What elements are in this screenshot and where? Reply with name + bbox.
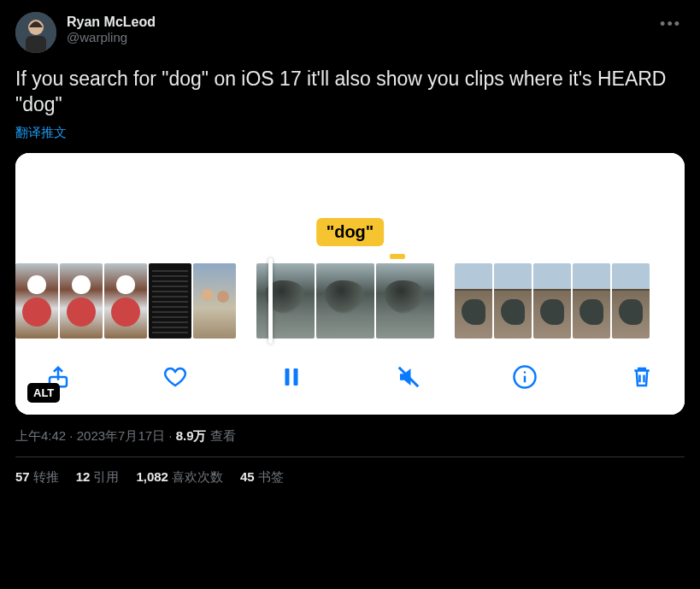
clip-thumbnail[interactable] xyxy=(104,263,147,339)
media-card[interactable]: "dog" xyxy=(15,153,685,415)
pause-icon[interactable] xyxy=(274,360,309,394)
alt-badge[interactable]: ALT xyxy=(27,383,60,403)
tweet-stats: 57转推 12引用 1,082喜欢次数 45书签 xyxy=(15,469,685,494)
clip-thumbnail[interactable] xyxy=(256,263,315,339)
retweets-stat[interactable]: 57转推 xyxy=(15,469,59,486)
clip-thumbnail[interactable] xyxy=(573,263,610,339)
tweet-text: If you search for "dog" on iOS 17 it'll … xyxy=(15,67,685,118)
clip-thumbnail[interactable] xyxy=(15,263,58,339)
user-info: Ryan McLeod @warpling xyxy=(67,12,156,45)
divider xyxy=(15,456,685,457)
media-toolbar xyxy=(15,343,685,415)
clip-thumbnail[interactable] xyxy=(612,263,650,339)
translate-link[interactable]: 翻译推文 xyxy=(15,125,685,141)
svg-rect-5 xyxy=(294,368,298,386)
bookmarks-stat[interactable]: 45书签 xyxy=(240,469,284,486)
clip-group-active[interactable] xyxy=(256,263,434,339)
clip-thumbnail[interactable] xyxy=(316,263,374,339)
tweet-time[interactable]: 上午4:42 xyxy=(15,428,66,443)
playhead-marker xyxy=(390,254,405,259)
display-name[interactable]: Ryan McLeod xyxy=(67,14,156,30)
user-handle[interactable]: @warpling xyxy=(67,30,156,45)
clip-thumbnail[interactable] xyxy=(149,263,191,339)
heart-icon[interactable] xyxy=(158,360,192,394)
views-label: 查看 xyxy=(210,428,236,443)
clip-group[interactable] xyxy=(15,263,236,339)
svg-point-9 xyxy=(524,371,526,374)
playhead[interactable] xyxy=(268,258,273,344)
tweet-meta: 上午4:42 · 2023年7月17日 · 8.9万 查看 xyxy=(15,428,685,445)
tweet-header: Ryan McLeod @warpling ••• xyxy=(15,12,685,53)
views-count: 8.9万 xyxy=(176,428,207,443)
clip-group[interactable] xyxy=(455,263,650,339)
info-icon[interactable] xyxy=(508,360,542,394)
clip-thumbnail[interactable] xyxy=(193,263,236,339)
quotes-stat[interactable]: 12引用 xyxy=(76,469,120,486)
trash-icon[interactable] xyxy=(625,360,659,394)
clip-thumbnail[interactable] xyxy=(494,263,532,339)
svg-rect-4 xyxy=(285,368,290,386)
svg-rect-2 xyxy=(26,36,46,53)
clip-thumbnail[interactable] xyxy=(455,263,492,339)
clip-thumbnail[interactable] xyxy=(533,263,571,339)
more-icon[interactable]: ••• xyxy=(656,12,685,37)
tweet-date[interactable]: 2023年7月17日 xyxy=(77,428,165,443)
video-timeline[interactable] xyxy=(15,259,685,343)
likes-stat[interactable]: 1,082喜欢次数 xyxy=(136,469,223,486)
audio-caption: "dog" xyxy=(316,218,385,246)
avatar[interactable] xyxy=(15,12,56,53)
mute-icon[interactable] xyxy=(391,360,426,394)
clip-thumbnail[interactable] xyxy=(60,263,103,339)
clip-thumbnail[interactable] xyxy=(376,263,434,339)
